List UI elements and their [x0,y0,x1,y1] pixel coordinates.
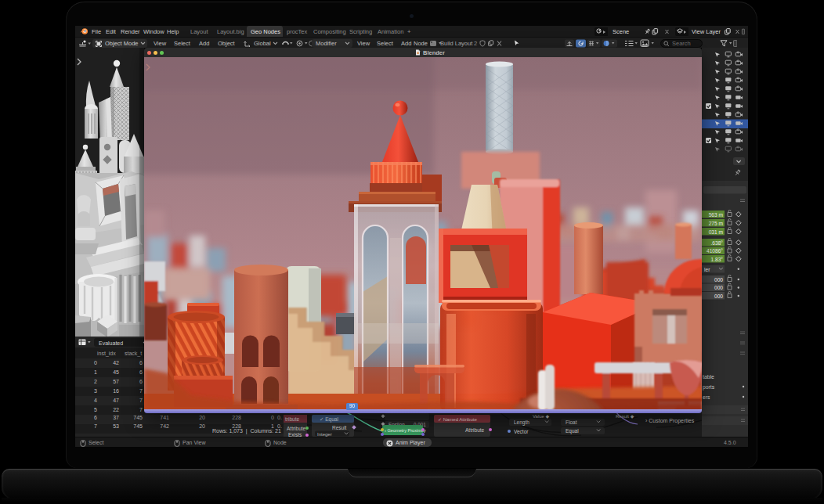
svg-text:Result ◆: Result ◆ [616,414,634,419]
svg-text:Length: Length [514,419,529,426]
svg-text:Value ◆: Value ◆ [533,414,550,419]
svg-text:275 m: 275 m [709,221,724,226]
svg-text:Vector: Vector [514,429,529,434]
svg-text:ler: ler [704,267,710,272]
svg-text:Equal: Equal [566,428,579,434]
svg-text:Attribute: Attribute [287,426,306,431]
svg-text:› Geometry Proximity: › Geometry Proximity [385,428,426,433]
svg-text:✓ Equal: ✓ Equal [320,416,338,423]
svg-text:41086°: 41086° [707,248,723,254]
svg-text:› Custom Properties: › Custom Properties [645,418,695,424]
svg-text:table: table [703,374,714,380]
svg-text:000: 000 [714,285,723,290]
svg-text:ports: ports [703,384,715,391]
svg-text:031 m: 031 m [709,229,724,235]
svg-text:ers: ers [703,394,710,400]
svg-text:000: 000 [714,293,723,299]
svg-text:✓ Named Attribute: ✓ Named Attribute [438,417,477,422]
svg-text:Float: Float [566,419,577,425]
svg-text:tribute: tribute [285,416,299,422]
svg-text:000: 000 [714,277,723,283]
svg-text:Integer: Integer [317,432,332,437]
svg-text:1.83°: 1.83° [711,257,724,262]
svg-text:.638°: .638° [711,240,724,246]
svg-text:563 m: 563 m [709,212,724,218]
svg-text:Attribute: Attribute [465,427,485,433]
svg-text:Result: Result [332,425,347,430]
